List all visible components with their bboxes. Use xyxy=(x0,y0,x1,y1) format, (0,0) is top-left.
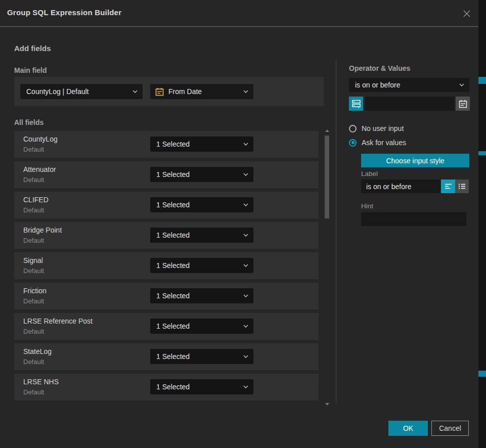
selected-count: 1 Selected xyxy=(150,231,243,239)
hint-caption: Hint xyxy=(361,202,373,210)
field-row-lrse-reference-post: LRSE Reference Post Default 1 Selected xyxy=(14,313,319,340)
field-name: Bridge Point xyxy=(23,226,62,234)
radio-unselected-icon xyxy=(349,125,357,132)
field-sublabel: Default xyxy=(23,206,44,214)
chevron-down-icon xyxy=(243,234,248,237)
chevron-down-icon xyxy=(132,90,138,93)
input-style-toggle-button[interactable] xyxy=(349,97,363,111)
radio-selected-icon xyxy=(349,139,357,147)
field-row-attenuator: Attenuator Default 1 Selected xyxy=(14,161,319,188)
selected-values-dropdown[interactable]: 1 Selected xyxy=(150,228,253,243)
list-scrollbar[interactable] xyxy=(325,129,329,406)
selected-values-dropdown[interactable]: 1 Selected xyxy=(150,258,253,273)
title-divider xyxy=(0,26,478,27)
chevron-down-icon xyxy=(243,385,248,388)
chevron-down-icon xyxy=(243,203,248,206)
chevron-down-icon xyxy=(243,264,248,267)
choose-input-style-button[interactable]: Choose input style xyxy=(361,154,469,167)
list-style-button[interactable] xyxy=(455,180,469,193)
operator-values-heading: Operator & Values xyxy=(349,64,410,72)
calendar-icon xyxy=(459,100,467,108)
date-picker-button[interactable] xyxy=(456,97,470,111)
field-name: Signal xyxy=(23,256,43,264)
selected-values-dropdown[interactable]: 1 Selected xyxy=(150,167,253,182)
selected-count: 1 Selected xyxy=(150,140,243,148)
selected-count: 1 Selected xyxy=(150,201,243,209)
dialog-title: Group SQL Expression Builder xyxy=(7,8,121,17)
ok-button[interactable]: OK xyxy=(388,421,428,436)
radio-ask-for-values[interactable]: Ask for values xyxy=(349,139,406,147)
group-sql-expression-builder-page: Group SQL Expression Builder Add fields … xyxy=(0,0,486,448)
main-field-label: Main field xyxy=(14,66,47,74)
chevron-down-icon xyxy=(459,83,464,86)
selected-count: 1 Selected xyxy=(150,170,243,178)
scrollbar-down-arrow-icon[interactable] xyxy=(325,403,329,406)
operator-value: is on or before xyxy=(349,81,459,89)
chevron-down-icon xyxy=(243,355,248,358)
field-sublabel: Default xyxy=(23,297,44,305)
field-name: Friction xyxy=(23,287,47,295)
close-icon xyxy=(462,9,471,18)
chevron-down-icon xyxy=(243,173,248,176)
main-field-panel: CountyLog | Default From Date xyxy=(14,77,324,106)
selected-values-dropdown[interactable]: 1 Selected xyxy=(150,288,253,303)
field-row-signal: Signal Default 1 Selected xyxy=(14,252,319,279)
field-sublabel: Default xyxy=(23,237,44,244)
label-caption: Label xyxy=(361,170,378,177)
field-name: LRSE NHS xyxy=(23,378,59,386)
selected-values-dropdown[interactable]: 1 Selected xyxy=(150,379,253,394)
radio-label: Ask for values xyxy=(362,139,406,147)
close-button[interactable] xyxy=(461,8,472,19)
radio-label: No user input xyxy=(362,124,404,132)
selected-count: 1 Selected xyxy=(150,383,243,391)
layer-select-dropdown[interactable]: CountyLog | Default xyxy=(20,84,143,99)
field-name: StateLog xyxy=(23,347,52,355)
field-row-lrse-nhs: LRSE NHS Default 1 Selected xyxy=(14,374,319,400)
add-fields-heading: Add fields xyxy=(14,44,51,53)
background-fragment xyxy=(478,77,486,84)
all-fields-label: All fields xyxy=(14,118,43,126)
field-name: CLIFED xyxy=(23,196,49,204)
label-input[interactable] xyxy=(361,180,440,193)
scrollbar-up-arrow-icon[interactable] xyxy=(325,129,329,132)
field-sublabel: Default xyxy=(23,388,44,396)
scrollbar-thumb[interactable] xyxy=(325,136,329,218)
selected-count: 1 Selected xyxy=(150,292,243,300)
field-row-countylog: CountyLog Default 1 Selected xyxy=(14,131,319,158)
background-fragment xyxy=(478,151,486,155)
field-sublabel: Default xyxy=(23,146,44,153)
field-row-friction: Friction Default 1 Selected xyxy=(14,283,319,309)
operator-dropdown[interactable]: is on or before xyxy=(349,78,469,92)
selected-count: 1 Selected xyxy=(150,352,243,361)
selected-count: 1 Selected xyxy=(150,261,243,270)
field-sublabel: Default xyxy=(23,267,44,275)
field-row-statelog: StateLog Default 1 Selected xyxy=(14,343,319,370)
background-fragment xyxy=(478,371,486,377)
selected-values-dropdown[interactable]: 1 Selected xyxy=(150,137,253,152)
panel-divider xyxy=(336,60,336,404)
field-sublabel: Default xyxy=(23,328,44,335)
date-value-input[interactable] xyxy=(365,97,455,111)
field-sublabel: Default xyxy=(23,358,44,366)
radio-no-user-input[interactable]: No user input xyxy=(349,124,404,132)
selected-values-dropdown[interactable]: 1 Selected xyxy=(150,349,253,364)
layer-select-value: CountyLog | Default xyxy=(20,87,132,96)
main-field-select-dropdown[interactable]: From Date xyxy=(150,84,253,99)
selected-values-dropdown[interactable]: 1 Selected xyxy=(150,319,253,334)
field-name: Attenuator xyxy=(23,165,56,173)
chevron-down-icon xyxy=(243,143,248,146)
single-line-style-button[interactable] xyxy=(441,180,455,193)
field-name: LRSE Reference Post xyxy=(23,317,93,325)
selected-values-dropdown[interactable]: 1 Selected xyxy=(150,197,253,212)
cancel-button[interactable]: Cancel xyxy=(431,421,469,436)
align-left-icon xyxy=(445,183,452,190)
main-field-select-value: From Date xyxy=(164,87,243,96)
field-row-clifed: CLIFED Default 1 Selected xyxy=(14,192,319,218)
selected-count: 1 Selected xyxy=(150,322,243,330)
field-name: CountyLog xyxy=(23,135,58,143)
hint-input[interactable] xyxy=(361,212,466,226)
bulleted-list-icon xyxy=(458,183,466,190)
calendar-icon xyxy=(155,87,164,96)
chevron-down-icon xyxy=(243,90,248,93)
group-sql-expression-builder-dialog: Group SQL Expression Builder Add fields … xyxy=(0,0,478,448)
